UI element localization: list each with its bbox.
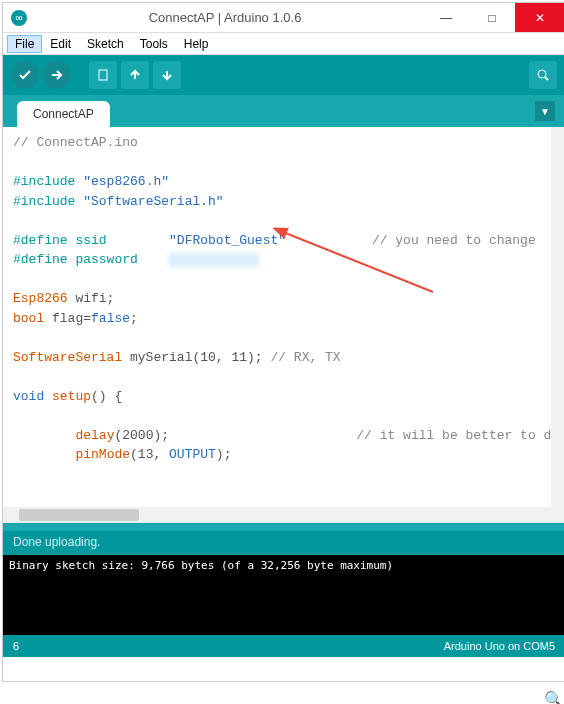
console-line: Binary sketch size: 9,766 bytes (of a 32… bbox=[9, 559, 559, 572]
arduino-logo-icon bbox=[11, 10, 27, 26]
serial-monitor-button[interactable] bbox=[529, 61, 557, 89]
toolbar bbox=[3, 55, 564, 95]
tab-connectap[interactable]: ConnectAP bbox=[17, 101, 110, 127]
menu-help[interactable]: Help bbox=[176, 35, 217, 53]
vertical-scrollbar[interactable] bbox=[553, 129, 563, 169]
statusbar: 6 Arduino Uno on COM5 bbox=[3, 635, 564, 657]
board-info: Arduino Uno on COM5 bbox=[444, 640, 555, 652]
code-text: ; bbox=[130, 311, 138, 326]
code-type: Esp8266 bbox=[13, 291, 68, 306]
open-button[interactable] bbox=[121, 61, 149, 89]
tab-menu-button[interactable]: ▼ bbox=[535, 101, 555, 121]
code-comment: // you need to change bbox=[286, 233, 536, 248]
svg-rect-0 bbox=[99, 70, 107, 80]
code-comment: // it will be better to delay bbox=[169, 428, 564, 443]
code-text: (2000); bbox=[114, 428, 169, 443]
arrow-up-icon bbox=[128, 68, 142, 82]
maximize-button[interactable]: □ bbox=[469, 3, 515, 32]
code-text bbox=[13, 447, 75, 462]
upload-button[interactable] bbox=[43, 61, 71, 89]
save-button[interactable] bbox=[153, 61, 181, 89]
code-define: #define ssid bbox=[13, 233, 169, 248]
code-comment: // ConnectAP.ino bbox=[13, 135, 138, 150]
code-text bbox=[13, 428, 75, 443]
separator bbox=[3, 523, 564, 531]
code-include: #include bbox=[13, 174, 83, 189]
console-output[interactable]: Binary sketch size: 9,766 bytes (of a 32… bbox=[3, 555, 564, 635]
code-editor[interactable]: // ConnectAP.ino #include "esp8266.h" #i… bbox=[3, 127, 564, 507]
code-text bbox=[44, 389, 52, 404]
code-include: #include bbox=[13, 194, 83, 209]
new-button[interactable] bbox=[89, 61, 117, 89]
code-string: "SoftwareSerial.h" bbox=[83, 194, 223, 209]
arrow-right-icon bbox=[50, 68, 64, 82]
code-comment: // RX, TX bbox=[270, 350, 340, 365]
titlebar: ConnectAP | Arduino 1.0.6 — □ ✕ bbox=[3, 3, 564, 33]
menu-tools[interactable]: Tools bbox=[132, 35, 176, 53]
magnifier-icon bbox=[536, 68, 550, 82]
tabbar: ConnectAP ▼ bbox=[3, 95, 564, 127]
arduino-window: ConnectAP | Arduino 1.0.6 — □ ✕ File Edi… bbox=[2, 2, 564, 682]
menu-sketch[interactable]: Sketch bbox=[79, 35, 132, 53]
code-text: mySerial(10, 11); bbox=[122, 350, 270, 365]
menubar: File Edit Sketch Tools Help bbox=[3, 33, 564, 55]
code-function: setup bbox=[52, 389, 91, 404]
hscroll-thumb[interactable] bbox=[19, 509, 139, 521]
code-type: SoftwareSerial bbox=[13, 350, 122, 365]
code-type: bool bbox=[13, 311, 44, 326]
code-function: pinMode bbox=[75, 447, 130, 462]
code-string: "DFRobot_Guest" bbox=[169, 233, 286, 248]
horizontal-scrollbar[interactable] bbox=[3, 507, 564, 523]
code-text: () { bbox=[91, 389, 122, 404]
code-constant: OUTPUT bbox=[169, 447, 216, 462]
code-text: wifi; bbox=[68, 291, 115, 306]
password-blurred bbox=[169, 253, 259, 267]
check-icon bbox=[18, 68, 32, 82]
window-controls: — □ ✕ bbox=[423, 3, 564, 32]
code-text: ); bbox=[216, 447, 232, 462]
window-title: ConnectAP | Arduino 1.0.6 bbox=[27, 10, 423, 25]
file-icon bbox=[96, 68, 110, 82]
line-number: 6 bbox=[13, 640, 19, 652]
minimize-button[interactable]: — bbox=[423, 3, 469, 32]
menu-edit[interactable]: Edit bbox=[42, 35, 79, 53]
svg-point-1 bbox=[538, 70, 546, 78]
code-function: delay bbox=[75, 428, 114, 443]
code-keyword: void bbox=[13, 389, 44, 404]
code-text: flag= bbox=[44, 311, 91, 326]
verify-button[interactable] bbox=[11, 61, 39, 89]
code-define: #define password bbox=[13, 252, 169, 267]
code-keyword: false bbox=[91, 311, 130, 326]
code-text: (13, bbox=[130, 447, 169, 462]
code-string: "esp8266.h" bbox=[83, 174, 169, 189]
menu-file[interactable]: File bbox=[7, 35, 42, 53]
upload-status: Done uploading. bbox=[3, 531, 564, 555]
close-button[interactable]: ✕ bbox=[515, 3, 564, 32]
arrow-down-icon bbox=[160, 68, 174, 82]
